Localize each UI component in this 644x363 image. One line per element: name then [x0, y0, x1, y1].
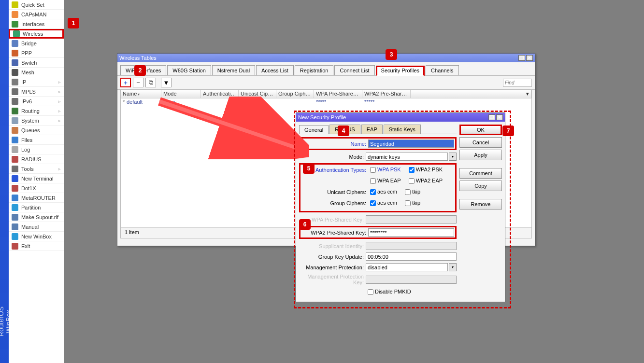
menu-item-files[interactable]: Files — [9, 135, 64, 145]
table-row[interactable]: *defaultnone********** — [121, 98, 531, 106]
cancel-button[interactable]: Cancel — [459, 137, 502, 148]
menu-item-switch[interactable]: Switch — [9, 58, 64, 68]
add-button[interactable]: + — [120, 78, 131, 87]
filter-button[interactable]: ▼ — [161, 78, 172, 87]
menu-item-routing[interactable]: Routing▹ — [9, 106, 64, 116]
menu-item-capsman[interactable]: CAPsMAN — [9, 10, 64, 19]
remove-button[interactable]: − — [133, 78, 143, 87]
subtab-general[interactable]: General — [299, 125, 329, 134]
column-header[interactable]: Group Ciphers — [276, 90, 314, 98]
mgmt-protection-select[interactable] — [366, 263, 448, 271]
tab-w60g-station[interactable]: W60G Station — [167, 65, 211, 75]
chevron-right-icon: ▹ — [58, 167, 61, 171]
menu-item-mpls[interactable]: MPLS▹ — [9, 87, 64, 97]
menu-item-tools[interactable]: Tools▹ — [9, 164, 64, 174]
column-header[interactable]: WPA2 Pre-Shared... — [362, 90, 411, 98]
group-tkip-checkbox[interactable]: tkip — [403, 199, 420, 208]
mode-dropdown-icon[interactable]: ▾ — [449, 153, 457, 161]
mode-select[interactable] — [366, 153, 448, 161]
ok-button[interactable]: OK — [459, 125, 502, 135]
menu-icon — [12, 21, 18, 28]
wpa-psk-checkbox[interactable]: WPA PSK — [368, 166, 401, 174]
tab-access-list[interactable]: Access List — [256, 65, 294, 75]
menu-item-radius[interactable]: RADIUS — [9, 154, 64, 164]
wireless-tables-titlebar[interactable]: Wireless Tables ❐ ✕ — [117, 54, 535, 62]
menu-item-new-terminal[interactable]: New Terminal — [9, 174, 64, 183]
wpa-eap-checkbox[interactable]: WPA EAP — [368, 177, 401, 185]
disable-pmkid-checkbox[interactable]: Disable PMKID — [366, 288, 411, 296]
menu-item-interfaces[interactable]: Interfaces — [9, 19, 64, 29]
menu-item-system[interactable]: System▹ — [9, 116, 64, 126]
callout-5: 5 — [303, 163, 315, 174]
group-aesccm-checkbox[interactable]: aes ccm — [368, 199, 397, 208]
menu-icon — [12, 88, 18, 95]
menu-item-bridge[interactable]: Bridge — [9, 39, 64, 48]
callout-3: 3 — [386, 49, 397, 60]
menu-item-dot1x[interactable]: Dot1X — [9, 183, 64, 193]
menu-item-log[interactable]: Log — [9, 145, 64, 154]
menu-label: Interfaces — [21, 21, 44, 27]
menu-item-ipv6[interactable]: IPv6▹ — [9, 97, 64, 106]
menu-item-ppp[interactable]: PPP — [9, 48, 64, 58]
name-input[interactable] — [368, 140, 454, 148]
menu-item-new-winbox[interactable]: New WinBox — [9, 232, 64, 241]
copy-button[interactable]: Copy — [459, 181, 502, 191]
menu-icon — [12, 223, 18, 230]
unicast-aesccm-checkbox[interactable]: aes ccm — [368, 188, 397, 196]
column-header[interactable]: Mode — [161, 90, 201, 98]
menu-item-quick-set[interactable]: Quick Set — [9, 0, 64, 10]
apply-button[interactable]: Apply — [459, 150, 502, 160]
menu-item-mesh[interactable]: Mesh — [9, 68, 64, 77]
group-key-update-input[interactable] — [366, 252, 457, 261]
dialog-close-icon[interactable]: ✕ — [496, 114, 503, 120]
menu-label: CAPsMAN — [21, 12, 47, 17]
column-header[interactable]: Authenticatio... — [201, 90, 239, 98]
wpa2-key-input[interactable] — [368, 228, 454, 237]
mgmt-protection-dropdown-icon[interactable]: ▾ — [449, 263, 457, 271]
menu-label: Exit — [21, 243, 30, 249]
copy-button[interactable]: ⧉ — [145, 78, 156, 87]
wpa2-psk-checkbox[interactable]: WPA2 PSK — [407, 166, 443, 174]
columns-dropdown-icon[interactable]: ▾ — [411, 90, 531, 98]
window-restore-icon[interactable]: ❐ — [518, 55, 525, 61]
column-header[interactable]: Unicast Ciphers — [239, 90, 276, 98]
name-label: Name: — [301, 141, 368, 147]
menu-item-metarouter[interactable]: MetaROUTER — [9, 193, 64, 203]
tab-connect-list[interactable]: Connect List — [334, 65, 374, 75]
menu-item-queues[interactable]: Queues — [9, 126, 64, 135]
dialog-title: New Security Profile — [298, 114, 346, 120]
menu-icon — [12, 127, 18, 134]
window-close-icon[interactable]: ✕ — [526, 55, 533, 61]
dialog-restore-icon[interactable]: ❐ — [488, 114, 495, 120]
menu-icon — [12, 156, 18, 163]
find-input[interactable] — [503, 79, 532, 87]
menu-item-make-supout-rif[interactable]: Make Supout.rif — [9, 212, 64, 222]
tab-security-profiles[interactable]: Security Profiles — [376, 66, 425, 76]
unicast-tkip-checkbox[interactable]: tkip — [403, 188, 420, 196]
subtab-static-keys[interactable]: Static Keys — [384, 125, 421, 134]
menu-icon — [12, 108, 18, 114]
dialog-titlebar[interactable]: New Security Profile ❐ ✕ — [296, 113, 505, 122]
subtab-eap[interactable]: EAP — [361, 125, 383, 134]
column-header[interactable]: Name — [121, 90, 161, 98]
menu-item-ip[interactable]: IP▹ — [9, 77, 64, 87]
menu-item-partition[interactable]: Partition — [9, 203, 64, 212]
menu-item-wireless[interactable]: Wireless — [9, 29, 64, 39]
comment-button[interactable]: Comment — [459, 168, 502, 179]
grid-header[interactable]: NameModeAuthenticatio...Unicast CiphersG… — [121, 90, 531, 98]
column-header[interactable]: WPA Pre-Shared ... — [314, 90, 362, 98]
menu-item-manual[interactable]: Manual — [9, 222, 64, 232]
tab-channels[interactable]: Channels — [426, 65, 458, 75]
cell: none — [161, 98, 201, 106]
cell: default — [125, 98, 161, 106]
menu-icon — [12, 69, 18, 76]
menu-item-exit[interactable]: Exit — [9, 241, 64, 251]
dialog-form: GeneralRADIUSEAPStatic Keys Name: Mode: … — [299, 125, 457, 299]
cell — [239, 98, 276, 106]
remove-button[interactable]: Remove — [459, 199, 502, 209]
wireless-tabs: WiFi InterfacesW60G StationNstreme DualA… — [117, 62, 535, 75]
wpa2-eap-checkbox[interactable]: WPA2 EAP — [407, 177, 443, 185]
tab-registration[interactable]: Registration — [295, 65, 334, 75]
tab-nstreme-dual[interactable]: Nstreme Dual — [212, 65, 255, 75]
chevron-right-icon: ▹ — [58, 80, 61, 84]
